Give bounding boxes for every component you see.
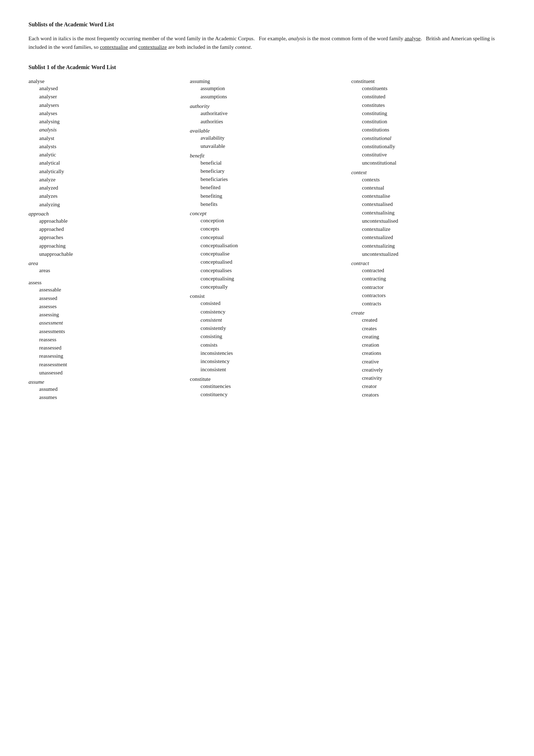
word-column-3: constituent constituents constituted con… (351, 78, 506, 404)
page-wrapper: Sublists of the Academic Word List Each … (28, 21, 506, 404)
word-created: created (351, 316, 506, 324)
word-creators: creators (351, 391, 506, 399)
word-uncontextualized: uncontextualized (351, 250, 506, 258)
word-assumptions: assumptions (190, 93, 344, 101)
word-constitutions: constitutions (351, 126, 506, 134)
word-authorities: authorities (190, 118, 344, 126)
word-contexts: contexts (351, 176, 506, 184)
word-constitution: constitution (351, 118, 506, 126)
word-creates: creates (351, 325, 506, 333)
word-analyst: analyst (28, 134, 183, 143)
word-conceptual: conceptual (190, 233, 344, 242)
word-constituted: constituted (351, 93, 506, 101)
intro-underline-contextualize: contextualize (138, 44, 167, 50)
word-creator: creator (351, 382, 506, 390)
main-title: Sublists of the Academic Word List (28, 21, 506, 28)
family-benefit: benefit beneficial beneficiary beneficia… (190, 153, 344, 209)
word-consistent: consistent (190, 316, 344, 324)
head-benefit: benefit (190, 153, 204, 159)
word-analysis: analysis (28, 126, 183, 134)
word-conception: conception (190, 217, 344, 225)
word-constitutes: constitutes (351, 101, 506, 109)
intro-underline-contextualise: contextualise (100, 44, 128, 50)
family-contract: contract contracted contracting contract… (351, 260, 506, 308)
head-assuming: assuming (190, 78, 210, 84)
word-analyze: analyze (28, 176, 183, 184)
word-conceptualised: conceptualised (190, 258, 344, 266)
word-contractor: contractor (351, 283, 506, 291)
word-conceptually: conceptually (190, 283, 344, 291)
family-authority: authority authoritative authorities (190, 103, 344, 126)
word-contracts: contracts (351, 300, 506, 308)
family-consist: consist consisted consistency consistent… (190, 293, 344, 374)
word-contracting: contracting (351, 275, 506, 283)
word-consists: consists (190, 341, 344, 349)
word-authoritative: authoritative (190, 109, 344, 118)
word-column-2: assuming assumption assumptions authorit… (190, 78, 344, 404)
word-assessments: assessments (28, 327, 183, 336)
head-authority: authority (190, 103, 209, 109)
head-assess: assess (28, 280, 42, 285)
word-contextualise: contextualise (351, 192, 506, 200)
word-unapproachable: unapproachable (28, 250, 183, 258)
family-analyse: analyse analysed analyser analysers anal… (28, 78, 183, 209)
word-analysed: analysed (28, 84, 183, 93)
word-contextualize: contextualize (351, 225, 506, 233)
word-approached: approached (28, 225, 183, 233)
word-analyzes: analyzes (28, 192, 183, 200)
word-assumption: assumption (190, 84, 344, 93)
word-reassess: reassess (28, 336, 183, 344)
word-assessing: assessing (28, 311, 183, 319)
word-contextualizing: contextualizing (351, 242, 506, 250)
word-constitutional: constitutional (351, 134, 506, 143)
head-assume: assume (28, 379, 44, 385)
family-approach: approach approachable approached approac… (28, 211, 183, 258)
head-create: create (351, 310, 365, 316)
word-assesses: assesses (28, 302, 183, 311)
family-assume: assume assumed assumes (28, 379, 183, 402)
word-analytic: analytic (28, 151, 183, 159)
word-assessable: assessable (28, 286, 183, 294)
head-approach: approach (28, 211, 49, 217)
word-analytical: analytical (28, 159, 183, 167)
word-conceptualises: conceptualises (190, 266, 344, 275)
word-constituencies: constituencies (190, 382, 344, 390)
word-approachable: approachable (28, 217, 183, 225)
word-benefited: benefited (190, 183, 344, 192)
word-creative: creative (351, 358, 506, 366)
word-beneficiary: beneficiary (190, 167, 344, 175)
word-concepts: concepts (190, 225, 344, 233)
intro-italic-context: context (235, 44, 251, 50)
head-area: area (28, 260, 38, 266)
word-constituents: constituents (351, 84, 506, 93)
head-analyse: analyse (28, 78, 44, 84)
word-analyses: analyses (28, 109, 183, 118)
word-constitutive: constitutive (351, 151, 506, 159)
word-columns-grid: analyse analysed analyser analysers anal… (28, 78, 506, 404)
head-constituent: constituent (351, 78, 375, 84)
word-analyzed: analyzed (28, 184, 183, 192)
word-contextualising: contextualising (351, 209, 506, 217)
word-consistently: consistently (190, 324, 344, 332)
word-assumed: assumed (28, 385, 183, 393)
intro-underline-analyse: analyse (404, 36, 420, 41)
word-consisted: consisted (190, 299, 344, 307)
head-contract: contract (351, 260, 369, 266)
word-unavailable: unavailable (190, 142, 344, 150)
word-creatively: creatively (351, 366, 506, 374)
family-constitute: constitute constituencies constituency (190, 376, 344, 399)
word-analysts: analysts (28, 143, 183, 151)
word-contextual: contextual (351, 184, 506, 192)
word-assumes: assumes (28, 393, 183, 402)
word-reassessment: reassessment (28, 361, 183, 369)
word-column-1: analyse analysed analyser analysers anal… (28, 78, 183, 404)
family-assess: assess assessable assessed assesses asse… (28, 280, 183, 377)
word-creations: creations (351, 349, 506, 357)
intro-paragraph: Each word in italics is the most frequen… (28, 34, 506, 51)
sublist-title: Sublist 1 of the Academic Word List (28, 64, 506, 71)
head-constitute: constitute (190, 376, 210, 382)
word-reassessing: reassessing (28, 352, 183, 360)
family-context: context contexts contextual contextualis… (351, 170, 506, 259)
family-area: area areas (28, 260, 183, 275)
word-benefiting: benefiting (190, 192, 344, 200)
